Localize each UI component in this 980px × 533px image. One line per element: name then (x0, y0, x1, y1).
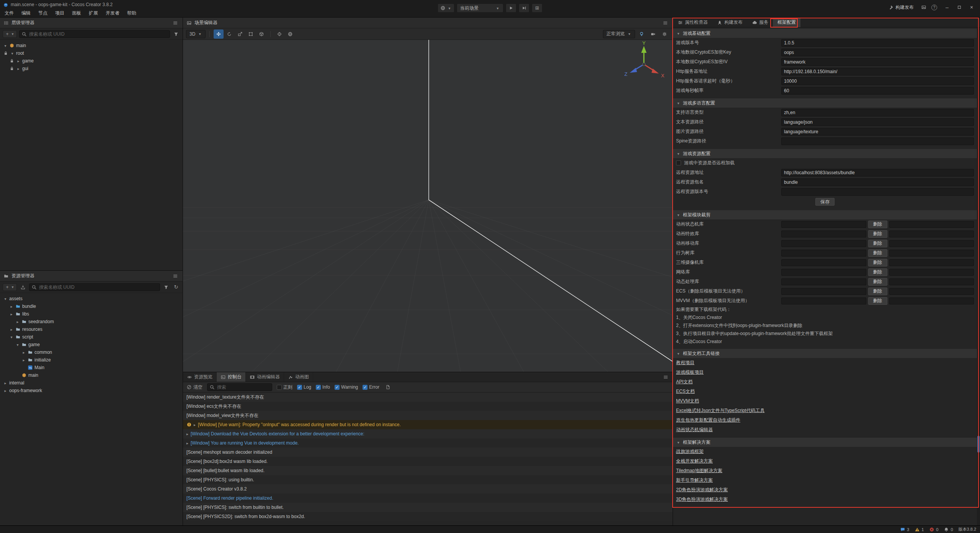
console-search-input[interactable] (207, 383, 272, 391)
log-row[interactable]: ▸[Window] Download the Vue Devtools exte… (183, 429, 673, 438)
caret-right-icon[interactable]: ▸ (16, 67, 21, 71)
console-tab-preview[interactable]: 资源预览 (183, 372, 217, 382)
scene-menu-icon[interactable] (662, 19, 669, 27)
caret-right-icon[interactable]: ▸ (21, 358, 26, 362)
log-row[interactable]: ▸[Window] You are running Vue in develop… (183, 438, 673, 448)
asset-node[interactable]: ▸common (0, 348, 183, 356)
log-row[interactable]: [Scene] meshopt wasm decoder initialized (183, 448, 673, 457)
property-input[interactable] (781, 137, 974, 145)
hierarchy-node[interactable]: ▸game (0, 57, 183, 65)
doc-link[interactable]: 全栈开发解决方案 (676, 458, 713, 464)
property-input[interactable] (781, 87, 974, 95)
close-button[interactable]: × (965, 3, 978, 11)
delete-module-button[interactable]: 删除 (868, 268, 887, 276)
minimize-button[interactable]: – (941, 3, 953, 11)
doc-link[interactable]: Excel格式转Json文件与TypeScript代码工具 (676, 407, 764, 414)
module-asset-slot[interactable] (781, 221, 866, 228)
asset-node[interactable]: ▸libs (0, 310, 183, 318)
filter-info[interactable]: ✓Info (316, 384, 330, 390)
assets-menu-icon[interactable] (172, 272, 179, 280)
module-asset-slot[interactable] (781, 269, 866, 276)
asset-node[interactable]: TSMain (0, 364, 183, 371)
import-asset-icon[interactable] (19, 283, 27, 291)
build-publish-button[interactable]: 构建发布 (886, 3, 916, 12)
notification-counter[interactable]: 0 (944, 527, 953, 532)
log-row[interactable]: [Scene] [PHYSICS2D]: switch from box2d-w… (183, 512, 673, 521)
log-row[interactable]: [Window] render_texture文件夹不存在 (183, 392, 673, 402)
asset-node[interactable]: ▸initialize (0, 356, 183, 364)
transform-tool[interactable] (256, 29, 266, 39)
property-input[interactable] (781, 68, 974, 75)
log-row[interactable]: [Window] model_view文件夹不存在 (183, 411, 673, 420)
property-input[interactable] (781, 169, 974, 177)
menu-item[interactable]: 文件 (1, 9, 18, 17)
remote-load-checkbox[interactable] (676, 160, 681, 165)
module-asset-slot[interactable] (889, 231, 974, 237)
orientation-gizmo[interactable]: Y X Z (619, 41, 669, 87)
module-asset-slot[interactable] (781, 288, 866, 295)
section-header-2[interactable]: ▾游戏资源配置 (673, 149, 977, 158)
asset-node[interactable]: ▸bundle (0, 302, 183, 310)
save-button[interactable]: 保存 (815, 198, 835, 206)
section-header-3[interactable]: ▾框架模块裁剪 (673, 210, 977, 219)
module-asset-slot[interactable] (889, 221, 974, 228)
property-input[interactable] (781, 128, 974, 136)
asset-node[interactable]: ▸oops-framework (0, 387, 183, 394)
hierarchy-node[interactable]: ▾root (0, 49, 183, 57)
property-input[interactable] (781, 58, 974, 66)
caret-down-icon[interactable]: ▾ (3, 44, 8, 48)
clear-console-button[interactable]: 清空 (186, 384, 203, 391)
help-icon[interactable]: ? (931, 5, 937, 10)
refresh-assets-icon[interactable]: ↻ (172, 283, 180, 291)
menu-item[interactable]: 项目 (51, 9, 68, 17)
module-asset-slot[interactable] (781, 231, 866, 237)
delete-module-button[interactable]: 删除 (868, 230, 887, 238)
assets-search-input[interactable] (29, 283, 160, 291)
asset-node[interactable]: ▸seedrandom (0, 318, 183, 325)
regex-toggle[interactable]: 正则 (277, 384, 292, 391)
caret-right-icon[interactable]: ▸ (3, 389, 8, 393)
property-input[interactable] (781, 118, 974, 126)
export-log-icon[interactable] (384, 383, 392, 391)
property-input[interactable] (781, 178, 974, 186)
inspector-tab-build[interactable]: 构建发布 (712, 18, 747, 27)
coordinate-tool[interactable] (285, 29, 295, 39)
delete-module-button[interactable]: 删除 (868, 249, 887, 257)
caret-down-icon[interactable]: ▾ (3, 297, 8, 301)
doc-link[interactable]: 3D角色扮演游戏解决方案 (676, 496, 728, 503)
console-tab-anim-graph[interactable]: 动画图 (284, 372, 313, 382)
log-row[interactable]: [Scene] Cocos Creator v3.8.2 (183, 484, 673, 494)
log-row[interactable]: [Window] ecs文件夹不存在 (183, 402, 673, 411)
preview-scene-select[interactable]: 当前场景 ▾ (457, 3, 503, 13)
step-button[interactable] (519, 3, 529, 13)
asset-node[interactable]: main (0, 371, 183, 379)
asset-node[interactable]: ▾assets (0, 295, 183, 302)
console-tab-anim-editor[interactable]: 动画编辑器 (246, 372, 284, 382)
doc-link[interactable]: ECS文档 (676, 388, 695, 395)
log-row[interactable]: [Scene] [bullet]:bullet wasm lib loaded. (183, 466, 673, 475)
doc-link[interactable]: Tiledmap地图解决方案 (676, 468, 722, 474)
asset-node[interactable]: ▾game (0, 341, 183, 348)
module-asset-slot[interactable] (781, 298, 866, 304)
scrollbar-thumb[interactable] (977, 436, 980, 453)
module-asset-slot[interactable] (781, 240, 866, 247)
log-expand-icon[interactable]: ▸ (186, 432, 188, 436)
filter-error[interactable]: ✓Error (363, 384, 379, 390)
menu-item[interactable]: 开发者 (102, 9, 123, 17)
menu-item[interactable]: 编辑 (18, 9, 34, 17)
rotate-tool[interactable] (224, 29, 234, 39)
filter-log[interactable]: ✓Log (297, 384, 311, 390)
property-input[interactable] (781, 188, 974, 196)
section-header-5[interactable]: ▾框架解决方案 (673, 438, 977, 447)
filter-warning[interactable]: ✓Warning (335, 384, 358, 390)
caret-down-icon[interactable]: ▾ (10, 51, 15, 56)
preview-platform-button[interactable]: ▾ (438, 3, 454, 13)
module-asset-slot[interactable] (889, 269, 974, 276)
create-node-button[interactable]: + ▾ (3, 30, 17, 38)
log-row[interactable]: ▸[Window] [Vue warn]: Property "onInput"… (183, 420, 673, 429)
module-asset-slot[interactable] (781, 259, 866, 266)
section-header-1[interactable]: ▾游戏多语言配置 (673, 98, 977, 108)
property-input[interactable] (781, 77, 974, 85)
module-asset-slot[interactable] (889, 240, 974, 247)
log-expand-icon[interactable]: ▸ (186, 441, 188, 445)
